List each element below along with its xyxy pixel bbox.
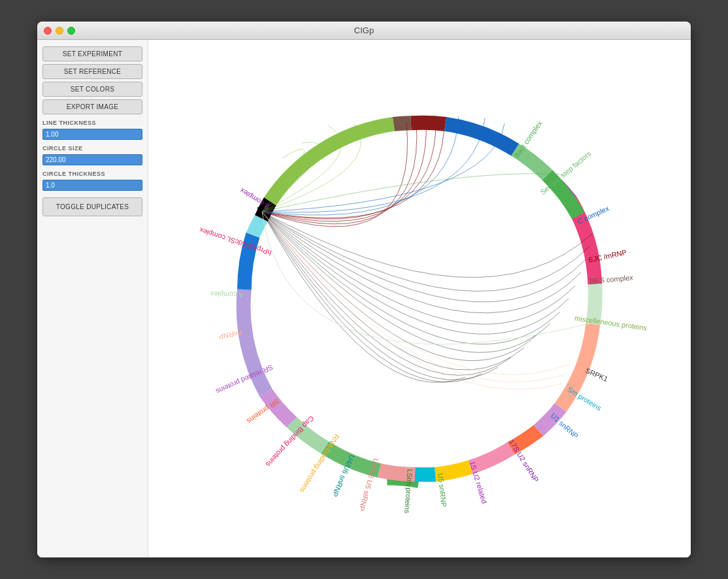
chord-diagram: .seg-label { font-family: Arial, sans-se… [191, 70, 648, 527]
minimize-button[interactable] [56, 27, 63, 35]
maximize-button[interactable] [67, 27, 75, 35]
set-colors-button[interactable]: SET COLORS [42, 82, 142, 97]
circle-thickness-input[interactable] [42, 180, 142, 191]
titlebar: CIGp [37, 22, 691, 40]
export-image-button[interactable]: EXPORT IMAGE [42, 99, 142, 114]
set-experiment-button[interactable]: SET EXPERIMENT [42, 46, 142, 61]
circle-thickness-label: CIRCLE THICKNESS [42, 171, 142, 177]
a-complex-label: A complex [210, 290, 244, 299]
window-title: CIGp [354, 25, 374, 35]
sidebar: SET EXPERIMENT SET REFERENCE SET COLORS … [37, 40, 148, 557]
traffic-lights [44, 27, 75, 35]
close-button[interactable] [44, 27, 52, 35]
line-thickness-label: LINE THICKNESS [42, 120, 142, 126]
set-reference-button[interactable]: SET REFERENCE [42, 64, 142, 79]
circle-size-input[interactable] [42, 154, 142, 165]
line-thickness-input[interactable] [42, 129, 142, 140]
app-window: CIGp SET EXPERIMENT SET REFERENCE SET CO… [37, 22, 691, 557]
main-content: .seg-label { font-family: Arial, sans-se… [148, 40, 691, 557]
circle-size-label: CIRCLE SIZE [42, 145, 142, 152]
svg-rect-0 [191, 70, 648, 527]
toggle-duplicates-button[interactable]: TOGGLE DUPLICATES [42, 197, 142, 216]
circle-size-group: CIRCLE SIZE [42, 145, 142, 165]
circle-thickness-group: CIRCLE THICKNESS [42, 171, 142, 191]
content-area: SET EXPERIMENT SET REFERENCE SET COLORS … [37, 40, 691, 557]
line-thickness-group: LINE THICKNESS [42, 120, 142, 140]
chord-svg: .seg-label { font-family: Arial, sans-se… [191, 70, 648, 527]
